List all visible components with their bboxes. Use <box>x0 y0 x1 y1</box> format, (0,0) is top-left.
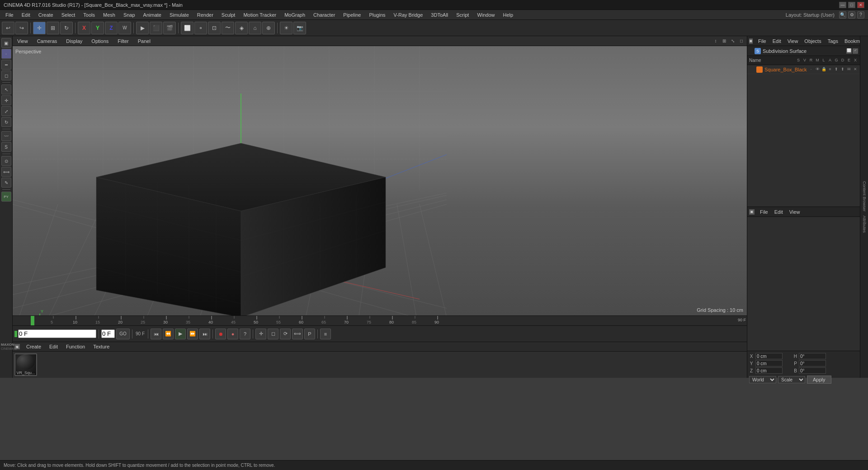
minimize-button[interactable]: — <box>839 2 846 8</box>
subdiv-ctrl-1[interactable]: ⬜ <box>846 48 852 54</box>
auto-key-button[interactable]: ● <box>227 329 238 339</box>
spline-button[interactable]: 〜 <box>222 22 234 34</box>
attr-menu-file[interactable]: File <box>757 208 771 216</box>
camera-button[interactable]: 📷 <box>293 22 306 34</box>
effector-button[interactable]: ⊕ <box>262 22 275 34</box>
nurbs-button[interactable]: ◈ <box>235 22 248 34</box>
cylinder-button[interactable]: ⊡ <box>208 22 221 34</box>
viewport-maximize-button[interactable]: □ <box>738 38 745 45</box>
delete-keyframe-button[interactable]: ◻ <box>268 329 278 339</box>
obj-ctrl-eye[interactable]: 👁 <box>815 67 820 72</box>
maximize-button[interactable]: □ <box>848 2 855 8</box>
preview-button[interactable]: P <box>304 329 315 339</box>
subdiv-ctrl-2[interactable]: ✓ <box>853 48 858 54</box>
step-back-button[interactable]: ⏪ <box>163 329 174 339</box>
menu-file[interactable]: File <box>2 11 17 19</box>
obj-ctrl-2[interactable]: ⬆ <box>834 67 839 72</box>
ping-pong-button[interactable]: ⟺ <box>292 329 303 339</box>
menu-motion-tracker[interactable]: Motion Tracker <box>240 11 280 19</box>
scale-tool-button[interactable]: ⊞ <box>47 22 59 34</box>
y-axis-button[interactable]: Y <box>91 22 104 34</box>
move-tool[interactable]: ✛ <box>1 95 11 105</box>
render-region-button[interactable]: ⬛ <box>150 22 162 34</box>
python-icon[interactable]: PY <box>1 192 11 202</box>
obj-ctrl-4[interactable]: ✉ <box>846 67 852 72</box>
goto-end-button[interactable]: ⏭ <box>199 329 210 339</box>
point-mode-button[interactable]: · <box>1 49 11 59</box>
render-active-view-button[interactable]: 🎬 <box>163 22 176 34</box>
coord-h-input[interactable] <box>799 353 826 359</box>
current-frame-input[interactable] <box>18 329 96 338</box>
go-button[interactable]: GO <box>116 329 130 339</box>
menu-snap[interactable]: Snap <box>120 11 139 19</box>
x-axis-button[interactable]: X <box>78 22 90 34</box>
menu-create[interactable]: Create <box>35 11 57 19</box>
settings-icon[interactable]: ⚙ <box>848 11 855 19</box>
paint-tool[interactable]: ✎ <box>1 178 11 188</box>
menu-script[interactable]: Script <box>453 11 472 19</box>
content-browser-tab[interactable]: Content Browser <box>861 179 868 213</box>
om-menu-objects[interactable]: Objects <box>802 38 824 45</box>
light-button[interactable]: ☀ <box>280 22 292 34</box>
attributes-tab[interactable]: Attributes <box>861 214 868 235</box>
world-axis-button[interactable]: W <box>118 22 131 34</box>
coord-x-input[interactable] <box>755 353 783 359</box>
obj-ctrl-dot[interactable]: · <box>808 67 814 72</box>
sphere-button[interactable]: ⚬ <box>194 22 207 34</box>
sculpt-tool[interactable]: S <box>1 142 11 152</box>
cube-button[interactable]: ⬜ <box>181 22 193 34</box>
goto-start-button[interactable]: ⏮ <box>151 329 161 339</box>
deformer-button[interactable]: ⌂ <box>249 22 261 34</box>
polygon-mode-button[interactable]: ◻ <box>1 70 11 80</box>
timeline-ruler-area[interactable]: 0 5 10 15 20 25 30 35 <box>13 315 747 325</box>
move-tool-button[interactable]: ✛ <box>33 22 46 34</box>
menu-window[interactable]: Window <box>473 11 498 19</box>
menu-sculpt[interactable]: Sculpt <box>218 11 239 19</box>
model-mode-button[interactable]: ▣ <box>1 38 11 48</box>
viewport-menu-view[interactable]: View <box>14 38 31 45</box>
om-menu-file[interactable]: File <box>755 38 769 45</box>
tweak-tool[interactable]: ⊙ <box>1 156 11 166</box>
timeline-button[interactable]: ≡ <box>320 329 331 339</box>
om-menu-tags[interactable]: Tags <box>825 38 841 45</box>
step-forward-button[interactable]: ⏩ <box>187 329 198 339</box>
om-menu-edit[interactable]: Edit <box>770 38 784 45</box>
viewport-icon-1[interactable]: ↕ <box>712 38 719 45</box>
menu-animate[interactable]: Animate <box>140 11 165 19</box>
obj-ctrl-1[interactable]: ≡ <box>827 67 833 72</box>
menu-pipeline[interactable]: Pipeline <box>340 11 364 19</box>
menu-render[interactable]: Render <box>193 11 217 19</box>
close-button[interactable]: ✕ <box>857 2 864 8</box>
subdivision-surface-entry[interactable]: S Subdivision Surface ⬜ ✓ <box>747 46 860 56</box>
obj-ctrl-lock[interactable]: 🔒 <box>821 67 826 72</box>
material-menu-function[interactable]: Function <box>62 343 89 350</box>
menu-mesh[interactable]: Mesh <box>99 11 119 19</box>
mini-frame-input[interactable] <box>101 329 115 338</box>
menu-character[interactable]: Character <box>310 11 339 19</box>
attr-menu-view[interactable]: View <box>787 208 803 216</box>
loop-button[interactable]: ⟳ <box>280 329 291 339</box>
coord-space-dropdown[interactable]: World Object <box>749 376 776 383</box>
coord-b-input[interactable] <box>799 367 826 374</box>
rotate-tool[interactable]: ↻ <box>1 117 11 127</box>
mirror-tool[interactable]: ⟺ <box>1 167 11 177</box>
rotate-tool-button[interactable]: ↻ <box>60 22 73 34</box>
menu-vray-bridge[interactable]: V-Ray Bridge <box>390 11 427 19</box>
material-item-vr-square[interactable]: VR_Squ... <box>14 353 37 376</box>
edge-mode-button[interactable]: ━ <box>1 60 11 70</box>
menu-tools[interactable]: Tools <box>80 11 99 19</box>
obj-ctrl-3[interactable]: ⬆ <box>840 67 845 72</box>
viewport-icon-3[interactable]: ⤡ <box>729 38 736 45</box>
key-selection-button[interactable]: ? <box>240 329 250 339</box>
table-row[interactable]: Square_Box_Black · 👁 🔒 ≡ ⬆ ⬆ ✉ ✕ <box>747 65 860 74</box>
render-button[interactable]: ▶ <box>136 22 149 34</box>
viewport-menu-panel[interactable]: Panel <box>135 38 153 45</box>
material-menu-create[interactable]: Create <box>23 343 45 350</box>
record-button[interactable]: ⏺ <box>215 329 226 339</box>
redo-button[interactable]: ↪ <box>15 22 28 34</box>
viewport-menu-cameras[interactable]: Cameras <box>34 38 60 45</box>
menu-edit[interactable]: Edit <box>18 11 34 19</box>
menu-mograph[interactable]: MoGraph <box>281 11 309 19</box>
coord-p-input[interactable] <box>799 360 826 367</box>
undo-button[interactable]: ↩ <box>2 22 14 34</box>
